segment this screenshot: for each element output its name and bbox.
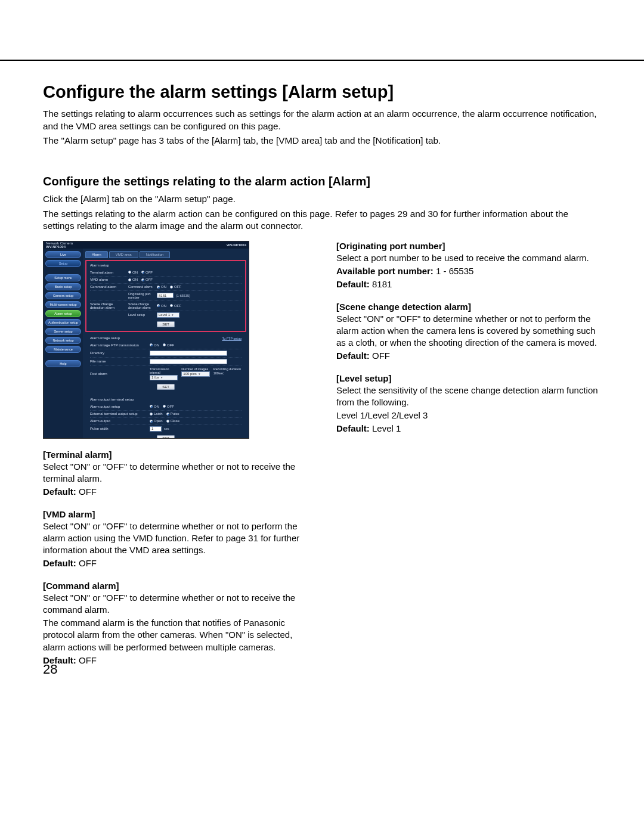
scene-change-off-radio[interactable]: OFF <box>170 304 181 308</box>
filename-input[interactable] <box>150 359 227 364</box>
row-pulse-width-label: Pulse width <box>90 427 150 430</box>
panel2-set-button[interactable]: SET <box>157 384 175 390</box>
row-directory-label: Directory <box>90 351 150 355</box>
sidebar-auth-setup[interactable]: Authentication setup <box>45 319 81 326</box>
panel-alarm-image-setup: Alarm image setup To FTP setup Alarm ima… <box>85 334 246 393</box>
alarm-output-close-radio[interactable]: Close <box>166 419 179 423</box>
section-subtitle: Configure the settings relating to the a… <box>43 175 601 188</box>
number-of-images-label: Number of images <box>181 367 209 371</box>
tab-alarm[interactable]: Alarm <box>85 251 108 258</box>
panel-alarm-output-setup: Alarm output terminal setup Alarm output… <box>85 395 246 438</box>
sidebar-setup-button[interactable]: Setup <box>45 260 81 267</box>
sidebar-alarm-setup[interactable]: Alarm setup <box>45 310 81 317</box>
row-command-alarm-sub: Command alarm <box>128 285 157 289</box>
transmission-interval-label: Transmission interval <box>150 367 178 374</box>
panel1-set-button[interactable]: SET <box>157 321 175 327</box>
scene-change-text: Select "ON" or "OFF" to determine whethe… <box>336 313 601 349</box>
sidebar-network-setup[interactable]: Network setup <box>45 337 81 344</box>
sidebar-multiscreen-setup[interactable]: Multi-screen setup <box>45 301 81 308</box>
row-scene-change-label: Scene change detection alarm <box>90 302 128 309</box>
row-level-setup-label: Level setup <box>128 313 157 317</box>
ext-latch-radio[interactable]: Latch <box>150 412 163 416</box>
tab-notification[interactable]: Notification <box>140 251 171 258</box>
vmd-alarm-head: [VMD alarm] <box>43 509 308 519</box>
pulse-width-input[interactable]: 1 <box>150 426 162 432</box>
level-setup-text: Select the sensitivity of the scene chan… <box>336 385 601 409</box>
panel-alarm-output-title: Alarm output terminal setup <box>90 398 242 401</box>
orig-port-head: [Originating port number] <box>336 241 601 251</box>
vmd-alarm-off-radio[interactable]: OFF <box>141 278 153 281</box>
scene-change-on-radio[interactable]: ON <box>157 304 166 308</box>
orig-port-default-label: Default: <box>336 279 370 289</box>
sidebar-help[interactable]: Help <box>45 360 81 367</box>
row-ftp-transmission-label: Alarm image FTP transmission <box>90 343 150 347</box>
level-setup-head: [Level setup] <box>336 373 601 383</box>
level-setup-levels: Level 1/Level 2/Level 3 <box>336 410 601 421</box>
page-number: 28 <box>43 662 57 677</box>
to-ftp-setup-link[interactable]: To FTP setup <box>222 337 242 340</box>
tab-vmd-area[interactable]: VMD area <box>109 251 138 258</box>
sidebar-basic-setup[interactable]: Basic setup <box>45 283 81 290</box>
command-alarm-text2: The command alarm is the function that n… <box>43 617 308 653</box>
row-post-alarm-label: Post alarm <box>90 372 150 376</box>
command-alarm-head: [Command alarm] <box>43 581 308 591</box>
panel-alarm-setup: Alarm setup Terminal alarm ON OFF V <box>85 260 246 332</box>
sidebar-live-button[interactable]: Live <box>45 251 81 258</box>
number-of-images-select[interactable]: 100 pics <box>181 371 209 377</box>
terminal-alarm-text: Select "ON" or "OFF" to determine whethe… <box>43 461 308 485</box>
intro-paragraph-1: The settings relating to alarm occurrenc… <box>43 108 601 132</box>
sidebar-camera-setup[interactable]: Camera setup <box>45 292 81 299</box>
vmd-alarm-on-radio[interactable]: ON <box>128 278 138 281</box>
row-vmd-alarm-label: VMD alarm <box>90 278 128 281</box>
terminal-alarm-on-radio[interactable]: ON <box>128 271 138 274</box>
alarm-output-open-radio[interactable]: Open <box>150 419 163 423</box>
row-command-alarm-label: Command alarm <box>90 285 128 289</box>
level-setup-default-value: Level 1 <box>370 423 401 433</box>
orig-port-avail-label: Available port number: <box>336 266 434 276</box>
orig-port-text: Select a port number to be used to recei… <box>336 252 601 264</box>
terminal-alarm-head: [Terminal alarm] <box>43 449 308 460</box>
ftp-off-radio[interactable]: OFF <box>163 343 174 347</box>
terminal-alarm-default-value: OFF <box>76 486 97 497</box>
recording-duration-value: 100sec <box>213 371 224 375</box>
terminal-alarm-off-radio[interactable]: OFF <box>141 271 153 274</box>
shot-title-model-right: WV-NP1004 <box>227 243 249 247</box>
vmd-alarm-text: Select "ON" or "OFF" to determine whethe… <box>43 520 308 557</box>
ftp-on-radio[interactable]: ON <box>150 343 159 347</box>
row-orig-port-label: Originating port number <box>128 292 157 299</box>
command-alarm-off-radio[interactable]: OFF <box>170 285 181 289</box>
level-setup-default-label: Default: <box>336 423 370 433</box>
ext-pulse-radio[interactable]: Pulse <box>166 412 179 416</box>
panel3-set-button[interactable]: SET <box>157 435 175 438</box>
orig-port-avail-value: 1 - 65535 <box>434 266 474 276</box>
directory-input[interactable] <box>150 351 227 356</box>
sidebar-server-setup[interactable]: Server setup <box>45 328 81 335</box>
sidebar-maintenance[interactable]: Maintenance <box>45 346 81 353</box>
vmd-alarm-default-value: OFF <box>76 558 97 568</box>
page-title: Configure the alarm settings [Alarm setu… <box>43 82 601 102</box>
alarm-output-off-radio[interactable]: OFF <box>163 405 174 408</box>
sub-paragraph-1: Click the [Alarm] tab on the "Alarm setu… <box>43 193 601 206</box>
orig-port-default-value: 8181 <box>370 279 392 289</box>
recording-duration-label: Recording duration <box>213 367 242 371</box>
scene-change-head: [Scene change detection alarm] <box>336 302 601 312</box>
row-scene-change-sub: Scene change detection alarm <box>128 302 157 309</box>
orig-port-input[interactable]: 8181 <box>157 293 174 298</box>
row-alarm-output-label: Alarm output <box>90 419 150 423</box>
row-ext-terminal-label: External terminal output setup <box>90 412 150 416</box>
row-terminal-alarm-label: Terminal alarm <box>90 271 128 274</box>
panel-alarm-image-title: Alarm image setup <box>90 336 120 340</box>
level-setup-select[interactable]: Level 1 <box>157 312 179 318</box>
row-alarm-output-setup-label: Alarm output setup <box>90 405 150 408</box>
transmission-interval-select[interactable]: 1 fps <box>150 375 178 380</box>
shot-sidebar: Live Setup Setup menu Basic setup Camera… <box>44 249 83 438</box>
terminal-alarm-default-label: Default: <box>43 486 76 497</box>
vmd-alarm-default-label: Default: <box>43 558 76 568</box>
row-filename-label: File name <box>90 359 150 363</box>
alarm-setup-screenshot: Network CameraWV-NP1004 WV-NP1004 Live S… <box>43 241 249 439</box>
sidebar-setup-menu[interactable]: Setup menu <box>45 274 81 281</box>
command-alarm-on-radio[interactable]: ON <box>157 285 166 289</box>
scene-change-default-label: Default: <box>336 351 370 361</box>
alarm-output-on-radio[interactable]: ON <box>150 405 159 408</box>
pulse-width-unit: sec <box>164 427 169 430</box>
